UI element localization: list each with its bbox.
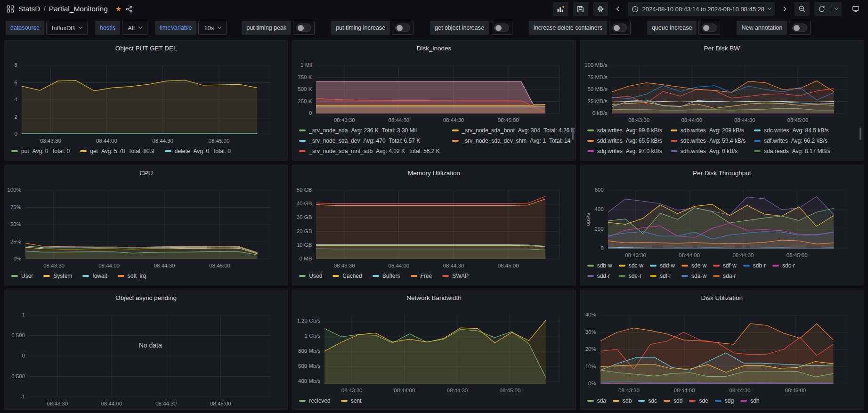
legend-item-put[interactable]: putAvg: 0Total: 0	[11, 147, 70, 155]
legend-item-recieved[interactable]: recieved	[299, 397, 330, 405]
legend-item-system[interactable]: System	[43, 272, 72, 280]
toggle-switch[interactable]	[789, 21, 811, 35]
panel-title[interactable]: Object PUT GET DEL	[5, 40, 287, 54]
legend-item-srv-node-sda-boot[interactable]: _srv_node_sda_bootAvg: 304Total: 4.26 K	[452, 127, 575, 134]
dashboard-app-title[interactable]: StatsD	[18, 5, 41, 13]
legend-item-sde-writes[interactable]: sde.writesAvg: 59.4 kB/s	[671, 137, 746, 145]
plot-area[interactable]	[600, 315, 847, 384]
panel-title[interactable]: Disk Utilization	[581, 290, 863, 303]
panel-title[interactable]: Per Disk BW	[581, 40, 863, 54]
legend-item-used[interactable]: Used	[299, 272, 322, 280]
panel-title[interactable]: Memory Utilization	[292, 165, 575, 178]
variable-value-dropdown[interactable]: All	[122, 21, 147, 35]
apps-grid-icon[interactable]	[7, 5, 14, 13]
legend-item-sent[interactable]: sent	[341, 397, 362, 405]
variable-label[interactable]: timeVariable	[155, 21, 197, 35]
toggle-switch[interactable]	[698, 21, 720, 35]
favorite-star-icon[interactable]: ★	[115, 5, 122, 13]
chart-canvas[interactable]	[612, 65, 847, 113]
plot-area[interactable]	[324, 315, 559, 384]
legend-item-sdh[interactable]: sdh	[740, 397, 759, 405]
plot-area[interactable]	[316, 65, 559, 113]
plot-area[interactable]	[608, 190, 847, 249]
legend-item-srv-node-sda-dev[interactable]: _srv_node_sda_devAvg: 470Total: 6.57 K	[299, 137, 439, 145]
legend-item-sdd-r[interactable]: sdd-r	[587, 272, 612, 280]
legend-item-sda[interactable]: sda	[587, 397, 606, 405]
legend-item-sda-writes[interactable]: sda.writesAvg: 89.6 kB/s	[587, 127, 662, 134]
legend-item-sda-r[interactable]: sda-r	[713, 272, 737, 280]
time-range-picker[interactable]: 2024-08-10 08:43:14 to 2024-08-10 08:45:…	[628, 2, 775, 16]
dashboard-settings-button[interactable]	[593, 2, 608, 16]
chart-canvas[interactable]	[324, 315, 559, 384]
legend-item-sda-w[interactable]: sda-w	[681, 272, 706, 280]
plot-area[interactable]	[316, 190, 559, 259]
chart-canvas[interactable]	[316, 190, 559, 259]
panel-title[interactable]: Object async pending	[5, 290, 287, 303]
legend-item-cached[interactable]: Cached	[333, 272, 362, 280]
legend-item-sde[interactable]: sde	[689, 397, 708, 405]
legend-item-srv-node-sda-mnt-sdb[interactable]: _srv_node_sda_mnt_sdbAvg: 4.02 KTotal: 5…	[299, 147, 439, 155]
legend-item-soft-irq[interactable]: soft_irq	[118, 272, 146, 280]
legend-item-sdf-w[interactable]: sdf-w	[713, 262, 737, 269]
toggle-switch[interactable]	[491, 21, 512, 35]
panel-title[interactable]: CPU	[5, 165, 287, 178]
legend-item-buffers[interactable]: Buffers	[373, 272, 400, 280]
plot-area[interactable]: No data	[29, 315, 271, 397]
legend-item-sda-reads[interactable]: sda.readsAvg: 8.17 MB/s	[754, 147, 830, 155]
kiosk-mode-button[interactable]	[848, 2, 863, 16]
legend-scrollbar[interactable]	[860, 128, 861, 140]
legend-item-sdg-writes[interactable]: sdg.writesAvg: 97.0 kB/s	[587, 147, 662, 155]
legend-item-sdb[interactable]: sdb	[613, 397, 632, 405]
legend-item-sdf-writes[interactable]: sdf.writesAvg: 66.2 kB/s	[754, 137, 830, 145]
plot-area[interactable]	[22, 65, 271, 134]
legend-item-srv-node-sda[interactable]: _srv_node_sdaAvg: 236 KTotal: 3.30 Mil	[299, 127, 439, 134]
chart-canvas[interactable]	[25, 190, 271, 259]
legend-item-sdd-writes[interactable]: sdd.writesAvg: 65.5 kB/s	[587, 137, 662, 145]
time-range-forward-button[interactable]	[779, 2, 790, 16]
legend-item-swap[interactable]: SWAP	[442, 272, 469, 280]
panel-title[interactable]: Disk_inodes	[292, 40, 575, 54]
legend-item-sdh-writes[interactable]: sdh.writesAvg: 0 kB/s	[671, 147, 746, 155]
add-panel-button[interactable]	[553, 2, 568, 16]
legend-item-iowait[interactable]: Iowait	[82, 272, 107, 280]
legend-item-sde-w[interactable]: sde-w	[681, 262, 706, 269]
zoom-out-button[interactable]	[795, 2, 810, 16]
legend-scrollbar[interactable]	[572, 128, 574, 140]
legend-item-sdd-w[interactable]: sdd-w	[650, 262, 675, 269]
time-range-back-button[interactable]	[613, 2, 623, 16]
legend-item-user[interactable]: User	[11, 272, 33, 280]
chart-canvas[interactable]	[29, 315, 271, 397]
save-dashboard-button[interactable]	[573, 2, 588, 16]
legend-item-sdc[interactable]: sdc	[638, 397, 657, 405]
legend-item-sdd[interactable]: sdd	[664, 397, 682, 405]
panel-title[interactable]: Per Disk Throughput	[581, 165, 863, 178]
toggle-switch[interactable]	[392, 21, 414, 35]
variable-label[interactable]: hostIs	[95, 21, 120, 35]
legend-item-sdf-r[interactable]: sdf-r	[650, 272, 675, 280]
legend-item-sdg[interactable]: sdg	[715, 397, 734, 405]
chart-canvas[interactable]	[608, 190, 847, 249]
legend-item-get[interactable]: getAvg: 5.78Total: 80.9	[80, 147, 154, 155]
legend-item-sdb-r[interactable]: sdb-r	[743, 262, 766, 269]
plot-area[interactable]	[25, 190, 271, 259]
chart-canvas[interactable]	[22, 65, 271, 134]
dashboard-name[interactable]: Partial_Monitoring	[49, 5, 108, 13]
legend-item-sdc-w[interactable]: sdc-w	[619, 262, 643, 269]
variable-value-dropdown[interactable]: InfluxDB	[46, 21, 88, 35]
share-icon[interactable]	[126, 6, 133, 13]
chart-canvas[interactable]	[600, 315, 847, 384]
panel-title[interactable]: Network Bandwidth	[292, 290, 575, 303]
legend-item-sdc-r[interactable]: sdc-r	[772, 262, 795, 269]
legend-item-delete[interactable]: deleteAvg: 0Total: 0	[165, 147, 231, 155]
variable-label[interactable]: datasource	[6, 21, 44, 35]
plot-area[interactable]	[612, 65, 847, 113]
legend-item-free[interactable]: Free	[411, 272, 432, 280]
legend-item-sdb-writes[interactable]: sdb.writesAvg: 209 kB/s	[671, 127, 746, 134]
legend-item-srv-node-sda-dev-shm[interactable]: _srv_node_sda_dev_shmAvg: 1Total: 14	[452, 137, 575, 145]
legend-item-sde-r[interactable]: sde-r	[619, 272, 643, 280]
refresh-button[interactable]	[814, 2, 842, 16]
legend-item-sdc-writes[interactable]: sdc.writesAvg: 84.5 kB/s	[754, 127, 830, 134]
toggle-switch[interactable]	[293, 21, 315, 35]
chart-canvas[interactable]	[316, 65, 559, 113]
toggle-switch[interactable]	[609, 21, 631, 35]
